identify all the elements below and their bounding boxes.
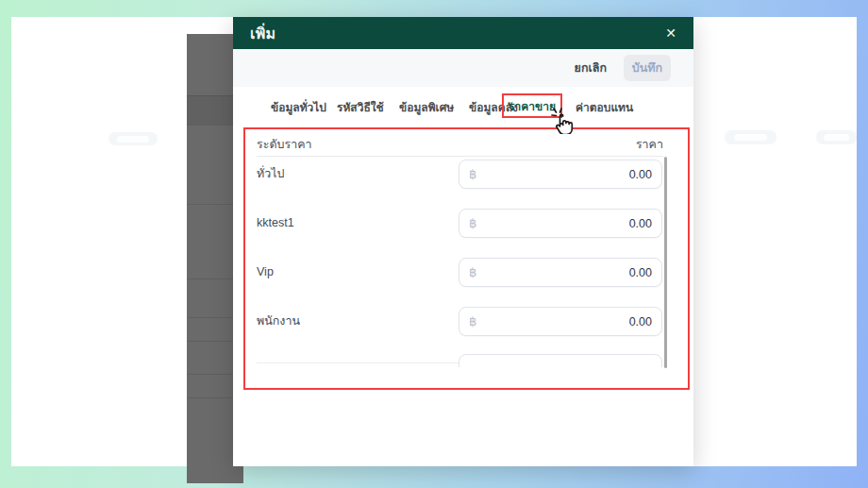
sale-price-section: ระดับราคา ราคา ทั่วไป ฿ 0.00 kktest1 ฿ 0… <box>243 127 690 390</box>
price-input[interactable]: ฿ 0.00 <box>459 209 662 238</box>
price-row: kktest1 ฿ 0.00 <box>245 209 688 238</box>
modal-title: เพิ่ม <box>250 22 275 45</box>
price-input[interactable]: ฿ 0.00 <box>459 307 662 336</box>
price-input[interactable]: ฿ 0.00 <box>459 258 662 287</box>
modal-action-bar: ยกเลิก บันทึก <box>233 49 693 87</box>
gradient-frame: เพิ่ม ✕ ยกเลิก บันทึก ข้อมูลทั่วไป รหัสว… <box>0 0 868 488</box>
price-input[interactable] <box>459 354 662 367</box>
price-row: พนักงาน ฿ 0.00 <box>245 307 688 336</box>
add-modal: เพิ่ม ✕ ยกเลิก บันทึก ข้อมูลทั่วไป รหัสว… <box>233 17 693 466</box>
tab-sale-price[interactable]: ราคาขาย <box>509 97 556 115</box>
header-divider <box>257 156 663 157</box>
cancel-button[interactable]: ยกเลิก <box>573 55 609 81</box>
click-cursor-icon <box>551 108 576 134</box>
tab-compensation[interactable]: ค่าตอบแทน <box>576 98 633 116</box>
price-level-label: ทั่วไป <box>257 160 284 189</box>
price-value: 0.00 <box>629 168 652 181</box>
price-level-label: พนักงาน <box>257 307 300 336</box>
price-list-scrollbar[interactable] <box>664 157 667 368</box>
close-icon[interactable]: ✕ <box>661 23 680 43</box>
price-level-label: kktest1 <box>257 209 294 238</box>
baht-currency-icon: ฿ <box>469 314 476 328</box>
price-value: 0.00 <box>629 315 652 328</box>
baht-currency-icon: ฿ <box>469 216 476 230</box>
tab-special-info[interactable]: ข้อมูลพิเศษ <box>399 98 454 116</box>
save-button[interactable]: บันทึก <box>624 55 671 81</box>
price-row: Vip ฿ 0.00 <box>245 258 688 287</box>
price-value: 0.00 <box>629 217 652 230</box>
tab-general-info[interactable]: ข้อมูลทั่วไป <box>271 98 326 116</box>
partially-visible-price-row <box>245 354 688 367</box>
price-level-label: Vip <box>257 258 274 287</box>
price-value: 0.00 <box>629 266 652 279</box>
dimmed-background-button <box>816 130 857 144</box>
tab-usage-code[interactable]: รหัสวิธีใช้ <box>337 98 384 116</box>
modal-header: เพิ่ม ✕ <box>233 17 693 49</box>
price-level-column-header: ระดับราคา <box>257 135 312 154</box>
dimmed-background-button <box>108 132 158 145</box>
dimmed-background-button <box>725 130 776 144</box>
baht-currency-icon: ฿ <box>469 265 476 279</box>
price-column-header: ราคา <box>636 135 663 154</box>
baht-currency-icon: ฿ <box>469 167 476 181</box>
price-input[interactable]: ฿ 0.00 <box>459 160 662 189</box>
price-row: ทั่วไป ฿ 0.00 <box>245 160 688 189</box>
